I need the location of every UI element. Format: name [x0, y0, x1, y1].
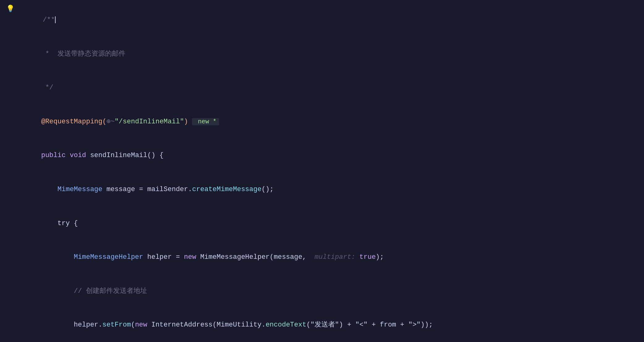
- code-line-4: @RequestMapping(⊕~"/sendInlineMail") new…: [0, 105, 644, 139]
- code-line-9: // 创建邮件发送者地址: [0, 274, 644, 308]
- code-line-7: try {: [0, 206, 644, 240]
- comment-open: /**: [43, 16, 55, 24]
- method-setFrom: setFrom: [102, 321, 131, 329]
- text-cursor: [55, 16, 56, 23]
- comment-from: // 创建邮件发送者地址: [41, 287, 147, 295]
- type-mimemessagehelper: MimeMessageHelper: [41, 253, 143, 261]
- code-line-10: helper.setFrom(new InternetAddress(MimeU…: [0, 308, 644, 342]
- code-editor: 💡 /** * 发送带静态资源的邮件 */ @RequestMapping(⊕~…: [0, 0, 644, 342]
- param-hint-multipart: multipart:: [311, 253, 355, 261]
- comment-close: */: [41, 84, 53, 92]
- code-line-3: */: [0, 71, 644, 105]
- annotation: @RequestMapping(: [41, 118, 106, 126]
- var-from: from: [380, 321, 396, 329]
- code-line-5: public void sendInlineMail() {: [0, 139, 644, 173]
- type-mimemessage: MimeMessage: [41, 186, 102, 193]
- method-createMimeMessage: createMimeMessage: [192, 186, 261, 193]
- method-encodeText: encodeText: [265, 321, 306, 329]
- keyword-void: void: [70, 152, 86, 159]
- globe-icon-text: ⊕~: [106, 118, 114, 126]
- comment-text: * 发送带静态资源的邮件: [41, 50, 125, 58]
- bulb-icon: 💡: [6, 4, 15, 15]
- code-line-6: MimeMessage message = mailSender.createM…: [0, 173, 644, 207]
- keyword-public: public: [41, 152, 66, 159]
- code-line-8: MimeMessageHelper helper = new MimeMessa…: [0, 240, 644, 274]
- mapping-path: "/sendInlineMail": [115, 118, 184, 126]
- new-badge: new *: [192, 118, 219, 125]
- code-line-2: * 发送带静态资源的邮件: [0, 37, 644, 71]
- code-line-1: 💡 /**: [0, 3, 644, 37]
- method-name: sendInlineMail() {: [86, 152, 163, 159]
